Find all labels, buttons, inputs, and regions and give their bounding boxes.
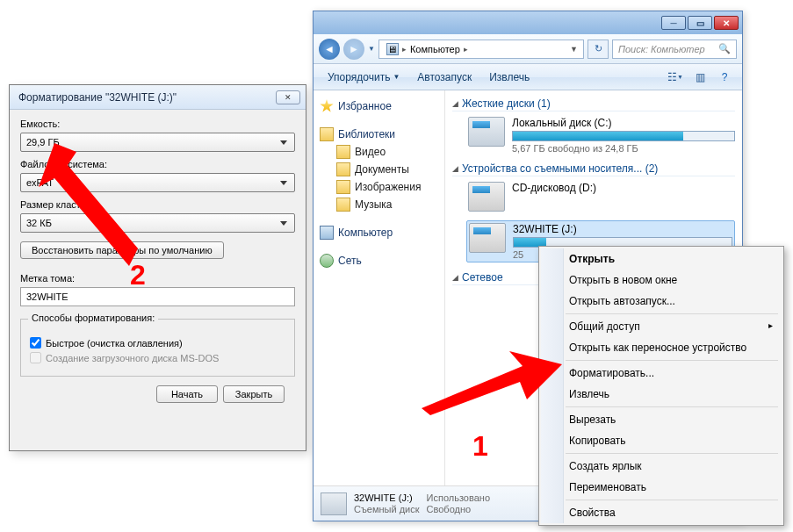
nav-network[interactable]: Сеть (317, 252, 441, 270)
chevron-down-icon: ▼ (393, 73, 400, 81)
help-button[interactable]: ? (714, 68, 735, 86)
volume-input[interactable] (20, 287, 295, 306)
drive-local-c[interactable]: Локальный диск (C:) 5,67 ГБ свободно из … (468, 117, 735, 154)
ctx-open-new-window[interactable]: Открыть в новом окне (541, 270, 782, 291)
capacity-label: Емкость: (20, 119, 295, 129)
nav-music[interactable]: Музыка (317, 196, 441, 213)
cluster-select[interactable]: 32 КБ (20, 213, 295, 233)
filesystem-select[interactable]: exFAT (20, 173, 295, 192)
ctx-create-shortcut[interactable]: Создать ярлык (541, 456, 782, 477)
cluster-value: 32 КБ (26, 218, 52, 228)
nav-favorites[interactable]: Избранное (317, 97, 441, 115)
forward-button[interactable]: ► (343, 39, 364, 60)
computer-icon: 🖥 (386, 43, 399, 55)
preview-pane-button[interactable]: ▥ (689, 68, 710, 86)
chevron-right-icon: ▸ (402, 45, 407, 54)
autorun-button[interactable]: Автозапуск (410, 68, 479, 86)
format-title: Форматирование "32WHITE (J:)" (18, 91, 276, 104)
annotation-badge-2: 2 (130, 259, 146, 291)
search-input[interactable]: Поиск: Компьютер 🔍 (612, 40, 737, 59)
folder-icon (336, 145, 350, 159)
filesystem-value: exFAT (26, 177, 54, 188)
restore-defaults-button[interactable]: Восстановить параметры по умолчанию (20, 241, 224, 259)
volume-label: Метка тома: (20, 273, 295, 284)
quick-format-input[interactable] (30, 337, 41, 349)
star-icon (320, 99, 334, 113)
explorer-toolbar: Упорядочить▼ Автозапуск Извлечь ☷▼ ▥ ? (314, 64, 742, 90)
drive-name: CD-дисковод (D:) (512, 182, 735, 194)
chevron-down-icon[interactable]: ▼ (565, 45, 583, 54)
drive-name: 32WHITE (J:) (513, 223, 732, 235)
folder-icon (336, 180, 350, 194)
search-icon: 🔍 (718, 43, 731, 54)
drive-sub: 5,67 ГБ свободно из 24,8 ГБ (512, 143, 735, 154)
nav-pane: Избранное Библиотеки Видео Документы Изо… (314, 90, 445, 485)
msdos-input (30, 352, 41, 363)
address-bar-row: ◄ ► ▼ 🖥 ▸ Компьютер ▸ ▼ ↻ Поиск: Компьют… (314, 34, 742, 64)
quick-format-label: Быстрое (очистка оглавления) (46, 338, 183, 349)
capacity-select[interactable]: 29,9 ГБ (20, 133, 295, 152)
libraries-icon (320, 127, 334, 141)
capacity-value: 29,9 ГБ (26, 137, 60, 147)
organize-menu[interactable]: Упорядочить▼ (321, 68, 407, 86)
search-placeholder: Поиск: Компьютер (618, 44, 705, 54)
ctx-open-autorun[interactable]: Открыть автозапуск... (541, 291, 782, 312)
ctx-format[interactable]: Форматировать... (541, 363, 782, 384)
refresh-button[interactable]: ↻ (588, 40, 609, 59)
breadcrumb-computer[interactable]: Компьютер (410, 44, 460, 54)
collapse-icon: ◢ (452, 99, 458, 108)
msdos-checkbox: Создание загрузочного диска MS-DOS (30, 352, 285, 363)
section-hdd[interactable]: ◢Жесткие диски (1) (452, 97, 735, 111)
ctx-rename[interactable]: Переименовать (541, 477, 782, 498)
close-button[interactable]: Закрыть (223, 385, 285, 403)
collapse-icon: ◢ (452, 164, 458, 173)
annotation-badge-1: 1 (472, 430, 488, 463)
start-button[interactable]: Начать (156, 385, 218, 403)
cd-icon (468, 182, 505, 212)
history-dropdown-icon[interactable]: ▼ (368, 45, 375, 53)
ctx-eject[interactable]: Извлечь (541, 384, 782, 405)
section-removable[interactable]: ◢Устройства со съемными носителя... (2) (452, 162, 735, 176)
explorer-titlebar[interactable]: ─ ▭ ✕ (314, 11, 742, 34)
removable-icon (321, 492, 347, 515)
eject-button[interactable]: Извлечь (482, 68, 537, 86)
collapse-icon: ◢ (452, 273, 458, 282)
capacity-bar (512, 131, 735, 141)
nav-computer[interactable]: Компьютер (317, 224, 441, 241)
address-bar[interactable]: 🖥 ▸ Компьютер ▸ ▼ (378, 40, 584, 59)
ctx-portable-device[interactable]: Открыть как переносное устройство (541, 337, 782, 358)
status-free-label: Свободно (427, 504, 490, 515)
drive-name: Локальный диск (C:) (512, 117, 735, 129)
nav-documents[interactable]: Документы (317, 161, 441, 178)
format-options-legend: Способы форматирования: (28, 313, 158, 323)
cluster-label: Размер кластера: (20, 199, 295, 210)
close-icon[interactable]: ✕ (276, 90, 300, 104)
format-titlebar[interactable]: Форматирование "32WHITE (J:)" ✕ (10, 85, 306, 110)
nav-pictures[interactable]: Изображения (317, 178, 441, 196)
nav-video[interactable]: Видео (317, 143, 441, 161)
removable-icon (469, 223, 506, 253)
status-name: 32WHITE (J:) (354, 492, 420, 504)
ctx-copy[interactable]: Копировать (541, 430, 782, 451)
ctx-open[interactable]: Открыть (541, 248, 782, 270)
ctx-share[interactable]: Общий доступ (541, 316, 782, 337)
computer-icon (320, 226, 334, 240)
folder-icon (336, 162, 350, 176)
maximize-icon[interactable]: ▭ (688, 16, 712, 30)
drive-cd-d[interactable]: CD-дисковод (D:) (468, 182, 735, 212)
format-options-group: Способы форматирования: Быстрое (очистка… (20, 319, 295, 377)
msdos-label: Создание загрузочного диска MS-DOS (46, 353, 219, 363)
folder-icon (336, 198, 350, 212)
ctx-cut[interactable]: Вырезать (541, 409, 782, 430)
nav-libraries[interactable]: Библиотеки (317, 126, 441, 143)
back-button[interactable]: ◄ (319, 39, 340, 60)
quick-format-checkbox[interactable]: Быстрое (очистка оглавления) (30, 337, 285, 349)
hdd-icon (468, 117, 505, 147)
close-window-icon[interactable]: ✕ (714, 16, 739, 30)
format-dialog: Форматирование "32WHITE (J:)" ✕ Емкость:… (9, 84, 306, 451)
minimize-icon[interactable]: ─ (661, 16, 686, 30)
filesystem-label: Файловая система: (20, 159, 295, 169)
ctx-properties[interactable]: Свойства (541, 502, 782, 523)
view-mode-button[interactable]: ☷▼ (665, 68, 686, 86)
chevron-right-icon[interactable]: ▸ (464, 45, 468, 54)
